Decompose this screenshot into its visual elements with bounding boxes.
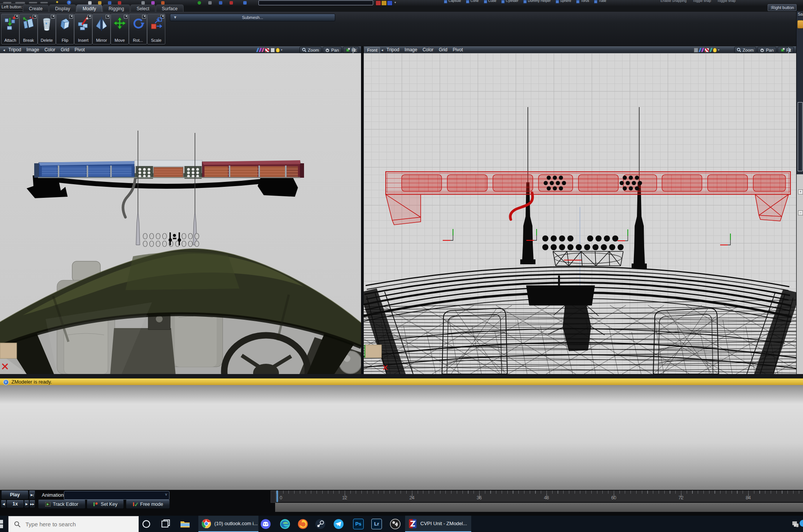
tab-select[interactable]: Select [130, 5, 155, 12]
zmodeler-task-button[interactable]: CVPI Unit - ZModel... [405, 516, 471, 532]
prev-frame-button[interactable]: ◀ [1, 500, 6, 508]
snap-button[interactable]: Toggle snap [693, 0, 711, 4]
rotate-button[interactable]: Rot... [129, 14, 147, 44]
selection-filter-input[interactable] [258, 0, 373, 5]
menu-color[interactable]: Color [44, 47, 55, 53]
save-icon[interactable] [108, 1, 111, 5]
tool-icon[interactable] [243, 1, 247, 5]
maximize-viewport-button[interactable] [788, 47, 789, 53]
chevron-down-icon[interactable]: ▾ [718, 48, 719, 52]
shape-button[interactable]: Dummy Helper [523, 0, 551, 3]
snap-button[interactable]: Toggle snap [717, 0, 736, 4]
maximize-viewport-button[interactable] [353, 47, 353, 53]
steam-button[interactable] [312, 516, 329, 532]
delete-button[interactable]: Delete [38, 14, 56, 44]
panel-orange-button[interactable] [797, 20, 803, 28]
shape-button[interactable]: Tube [594, 0, 606, 3]
menu-fragment[interactable] [40, 2, 48, 3]
timeline-cursor[interactable] [277, 491, 278, 502]
tool-icon[interactable] [141, 1, 145, 5]
chevron-left-icon[interactable]: ◂ [3, 47, 5, 53]
tool-icon[interactable] [219, 1, 222, 5]
tab-surface[interactable]: Surface [156, 5, 184, 12]
scale-button[interactable]: Scale [147, 14, 165, 44]
timeline-scroll-strip[interactable] [275, 503, 803, 512]
break-button[interactable]: Break [19, 14, 38, 44]
fast-forward-button[interactable]: ▶▶ [29, 500, 35, 508]
chevron-down-icon[interactable]: ▾ [281, 48, 282, 52]
step-forward-button[interactable]: ▶| [29, 491, 35, 499]
cortana-button[interactable] [138, 516, 155, 532]
menu-pivot[interactable]: Pivot [453, 47, 463, 53]
chevron-left-icon[interactable]: ◂ [381, 47, 383, 53]
attach-button[interactable]: Attach [1, 14, 19, 44]
discord-button[interactable] [257, 516, 274, 532]
shape-button[interactable]: Sphere [556, 0, 571, 3]
zoom-button[interactable]: Zoom [734, 47, 756, 53]
edge-button[interactable] [276, 516, 294, 532]
flip-button[interactable]: Flip [56, 14, 74, 44]
insert-button[interactable]: Insert [74, 14, 92, 44]
star-icon[interactable]: ✷ [55, 0, 59, 4]
speed-button[interactable]: 1x [6, 500, 24, 508]
animation-select[interactable]: ˅ [64, 491, 169, 500]
tool-icon[interactable] [161, 1, 165, 5]
menu-tripod[interactable]: Tripod [8, 47, 21, 53]
menu-image[interactable]: Image [27, 47, 39, 53]
refresh-icon[interactable] [198, 1, 201, 5]
shape-button[interactable]: Cube [484, 0, 497, 3]
next-frame-button[interactable]: ▶ [24, 500, 29, 508]
wireframe-viewport[interactable] [364, 53, 796, 374]
menu-fragment[interactable] [29, 2, 37, 3]
tab-modify[interactable]: Modify [76, 5, 102, 12]
y-axis-button[interactable] [381, 0, 387, 6]
telegram-button[interactable] [330, 516, 347, 532]
shape-button[interactable]: Cone [466, 0, 479, 3]
view-name-chip[interactable]: Front [364, 47, 380, 54]
pen-icon[interactable] [261, 48, 264, 52]
taskbar-search[interactable] [8, 516, 139, 532]
zoom-button[interactable]: Zoom [299, 47, 322, 53]
tool-icon[interactable] [118, 1, 121, 5]
file-explorer-button[interactable] [176, 516, 194, 532]
right-side-panel-clipped[interactable]: Sa + − [796, 11, 803, 374]
timeline-ruler[interactable]: 0 12 24 36 48 60 72 84 [275, 491, 803, 502]
free-mode-button[interactable]: Free mode [126, 500, 170, 509]
shape-button[interactable]: Capsule [444, 0, 461, 3]
task-view-button[interactable] [157, 516, 174, 532]
chevron-down-icon[interactable]: ▾ [394, 1, 396, 4]
tab-rigging[interactable]: Rigging [103, 5, 130, 12]
snap-button[interactable]: Enable Snapping [660, 0, 687, 4]
start-button[interactable] [0, 516, 8, 532]
obs-button[interactable] [386, 516, 404, 532]
menu-grid[interactable]: Grid [439, 47, 448, 53]
pan-button[interactable]: Pan [757, 47, 776, 53]
tool-icon[interactable] [208, 1, 212, 5]
flat-shade-icon[interactable] [271, 48, 275, 52]
texture-checker-icon[interactable] [705, 48, 709, 52]
texture-checker-icon[interactable] [265, 48, 269, 52]
tree-expand-icon[interactable]: + [798, 189, 803, 194]
move-button[interactable]: Move [111, 14, 129, 44]
chrome-task-button[interactable]: (10) outlook.com i... [198, 516, 258, 532]
tool-icon[interactable] [230, 1, 233, 5]
fit-button[interactable]: Fit [343, 47, 359, 53]
wireframe-mode-icon[interactable] [694, 48, 698, 52]
menu-pivot[interactable]: Pivot [74, 47, 85, 53]
tab-display[interactable]: Display [49, 5, 76, 12]
menu-tripod[interactable]: Tripod [386, 47, 399, 53]
pan-button[interactable]: Pan [323, 47, 341, 53]
z-axis-button[interactable] [387, 0, 393, 6]
tree-collapse-icon[interactable]: − [798, 210, 803, 215]
track-editor-button[interactable]: Track Editor [38, 500, 86, 509]
open-file-icon[interactable] [98, 1, 101, 5]
photoshop-button[interactable]: Ps [350, 516, 367, 532]
submesh-dropdown[interactable]: ▼ Submesh... [170, 14, 335, 21]
shape-button[interactable]: Torus [576, 0, 589, 3]
help-icon[interactable]: ? [67, 0, 71, 5]
menu-grid[interactable]: Grid [61, 47, 70, 53]
shaded-viewport[interactable] [0, 53, 361, 374]
firefox-button[interactable] [294, 516, 312, 532]
lightbulb-icon[interactable] [713, 48, 717, 52]
shape-button[interactable]: Cylinder [501, 0, 518, 3]
